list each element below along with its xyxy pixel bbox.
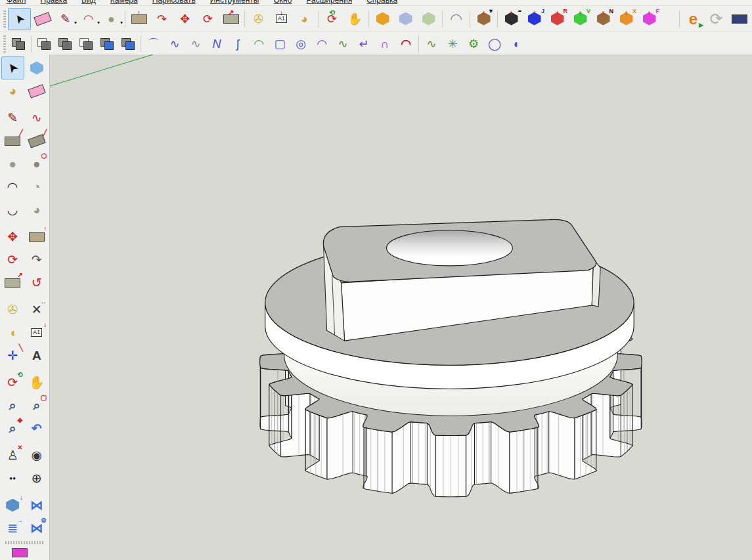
sb-circle-button[interactable]: ● (1, 152, 24, 175)
jpp-vector-button[interactable]: ↑V (569, 8, 592, 30)
spiral-button[interactable]: ◎ (290, 34, 311, 54)
sb-two-point-arc-button[interactable]: ◔ (25, 175, 48, 198)
bevel-corner-button[interactable] (417, 8, 440, 30)
arc-tool-button[interactable]: ◠▾ (77, 8, 100, 30)
menu-item-7[interactable]: Окно (273, 0, 292, 5)
menu-item-3[interactable]: Вид (81, 0, 96, 5)
rotate-tool-button[interactable]: ⟳ (196, 8, 219, 30)
sync-refresh-button[interactable]: ⟳ (705, 8, 728, 30)
line-tool-button[interactable]: ✎▾ (54, 8, 77, 30)
sb-look-around-button[interactable]: ◉ (25, 444, 48, 467)
solid-intersect-button[interactable] (33, 34, 55, 54)
sb-axes-button[interactable]: ✛╲ (1, 344, 24, 367)
joint-pushpull-base-button[interactable]: ↑▼ (472, 8, 495, 30)
s-curve-button[interactable]: ʃ (227, 34, 248, 54)
bezier-classic-button[interactable]: N (206, 34, 227, 54)
sb-walk-button[interactable]: ●● (1, 467, 24, 490)
tape-measure-button[interactable]: ✇ (247, 8, 270, 30)
sb-zoom-window-button[interactable]: ⌕▢ (25, 394, 48, 417)
half-ellipse-button[interactable]: ◖ (505, 34, 526, 54)
sb-eraser-button[interactable] (25, 79, 48, 102)
jpp-round-button[interactable]: ↑R (546, 8, 569, 30)
red-arc-button[interactable]: ◠ (395, 34, 416, 54)
text-tool-button[interactable]: A1↓ (270, 8, 293, 30)
sb-plugin-flip-button[interactable]: ⋈ (25, 494, 48, 517)
paint-bucket-button[interactable]: ◕ (293, 8, 316, 30)
sb-pushpull-button[interactable]: ↑ (25, 225, 48, 248)
solid-trim-button[interactable] (97, 34, 118, 54)
sb-plugin-flip-gear-button[interactable]: ⋈⚙ (25, 517, 48, 540)
scale-tool-button[interactable]: ↗ (219, 8, 242, 30)
sb-3d-text-button[interactable]: A (25, 344, 48, 367)
sb-followme-button[interactable]: ↷ (25, 248, 48, 271)
sb-position-camera-button[interactable]: ♙✕ (1, 444, 24, 467)
orbit-tool-button[interactable]: ⟳⟲ (321, 8, 343, 30)
sb-paint-bucket-button[interactable]: ◕ (1, 79, 24, 102)
material-swatch-button[interactable] (8, 545, 31, 560)
solid-outer-shell-button[interactable] (8, 34, 29, 54)
solid-subtract-button[interactable] (76, 34, 97, 54)
rounded-rect-button[interactable]: ▢ (269, 34, 290, 54)
sb-select-button[interactable]: ➤ (1, 56, 24, 79)
menu-item-4[interactable]: Камера (110, 0, 138, 5)
round-corner-button[interactable] (371, 8, 394, 30)
followme-tool-button[interactable]: ↷ (150, 8, 173, 30)
eraser-tool-button[interactable] (31, 8, 54, 30)
solid-union-button[interactable] (55, 34, 76, 54)
ellipse-button[interactable]: ◯ (484, 34, 505, 54)
clipped-edge-button[interactable] (728, 8, 751, 30)
polyline-button[interactable]: ∿ (332, 34, 353, 54)
solid-split-button[interactable] (118, 34, 139, 54)
toolbar-grip[interactable] (3, 35, 6, 53)
dropdown-arrow-icon[interactable]: ▾ (120, 20, 123, 26)
sb-text-button[interactable]: A1↓ (25, 321, 48, 344)
select-tool-button[interactable]: ➤ (8, 8, 31, 30)
convert-curve-button[interactable]: ∿ (185, 34, 206, 54)
jpp-normal-button[interactable]: ↑N (592, 8, 615, 30)
curve-wrench-button[interactable]: ⚙ (463, 34, 484, 54)
sb-zoom-button[interactable]: ⌕ (1, 394, 24, 417)
menu-item-2[interactable]: Правка (41, 0, 68, 5)
sb-zoom-extents-button[interactable]: ⌕✥ (1, 417, 24, 440)
sb-pie-button[interactable]: ◕ (25, 198, 48, 221)
sb-move-button[interactable]: ✥ (1, 225, 24, 248)
sb-line-button[interactable]: ✎ (1, 106, 24, 129)
sb-polygon-button[interactable]: ●⬡ (25, 152, 48, 175)
c-curve-button[interactable]: ◠ (311, 34, 332, 54)
menu-item-1[interactable]: Файл (7, 0, 26, 5)
sb-freehand-button[interactable]: ∿ (25, 106, 48, 129)
sharp-corner-button[interactable] (394, 8, 417, 30)
jpp-follow-button[interactable]: ↑F (638, 8, 661, 30)
sb-orbit-button[interactable]: ⟳⟲ (1, 371, 24, 394)
sb-three-point-arc-button[interactable]: ◡ (1, 198, 24, 221)
sb-arc-button[interactable]: ◠ (1, 175, 24, 198)
extension-store-button[interactable]: e▶ (682, 8, 705, 30)
sb-turn-button[interactable]: ⊕ (25, 467, 48, 490)
pan-tool-button[interactable]: ✋ (343, 8, 366, 30)
sb-tape-measure-button[interactable]: ✇ (1, 298, 24, 321)
menu-item-8[interactable]: Расширения (306, 0, 352, 5)
bezier-curve-button[interactable]: ∿ (164, 34, 185, 54)
sb-make-component-button[interactable] (25, 56, 48, 79)
polygon-dots-button[interactable]: ✳ (442, 34, 463, 54)
hook-curve-button[interactable]: ↵ (353, 34, 374, 54)
catmull-arc-button[interactable]: ◠ (248, 34, 269, 54)
sb-dimension-button[interactable]: ✕↔ (25, 298, 48, 321)
circle-tool-button[interactable]: ●▾ (100, 8, 123, 30)
sb-scale-button[interactable]: ↗ (1, 271, 24, 294)
bezier-arc-button[interactable]: ⌒ (143, 34, 164, 54)
menu-item-9[interactable]: Справка (366, 0, 397, 5)
polyline-segments-button[interactable]: ∿ (421, 34, 442, 54)
pushpull-tool-button[interactable]: ↑ (127, 8, 150, 30)
sb-offset-button[interactable]: ↺ (25, 271, 48, 294)
menu-item-6[interactable]: Инструменты (210, 0, 259, 5)
sidebar-grip[interactable] (5, 541, 44, 544)
sb-pan-button[interactable]: ✋ (25, 371, 48, 394)
sb-rectangle-button[interactable]: ╱ (1, 129, 24, 152)
jpp-joint-button[interactable]: ↑J (523, 8, 546, 30)
3d-scene[interactable] (50, 54, 752, 560)
sb-rotated-rectangle-button[interactable]: ╱ (25, 129, 48, 152)
toolbar-grip[interactable] (3, 11, 6, 28)
menu-item-5[interactable]: Нарисовать (152, 0, 196, 5)
sb-previous-view-button[interactable]: ↶ (25, 417, 48, 440)
